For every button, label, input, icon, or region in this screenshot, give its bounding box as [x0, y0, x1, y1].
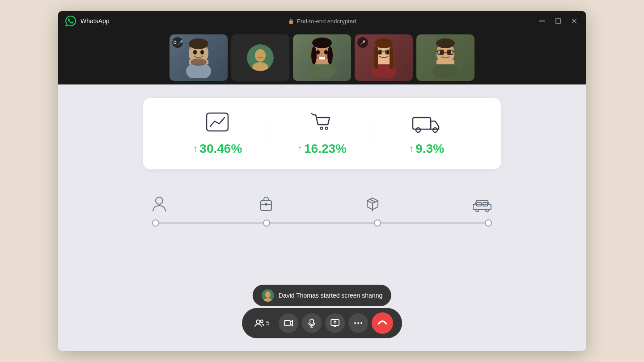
- main-content: ↑ 30.46% ↑ 16.23%: [58, 84, 586, 351]
- svg-point-22: [311, 46, 317, 64]
- person-face-5: [428, 38, 463, 78]
- svg-point-7: [193, 50, 197, 55]
- video-thumb-5[interactable]: [416, 34, 475, 81]
- svg-line-49: [311, 113, 313, 115]
- svg-point-27: [378, 51, 381, 55]
- toast-avatar: [262, 289, 274, 302]
- svg-point-61: [476, 209, 479, 212]
- notification-toast: David Thomas started screen sharing: [253, 285, 391, 306]
- participants-icon: [254, 319, 264, 327]
- stat-item-3: ↑ 9.3%: [374, 111, 479, 156]
- call-controls: 5: [242, 308, 402, 338]
- close-button[interactable]: [570, 17, 579, 25]
- timeline-track: [143, 219, 501, 227]
- stat-number-3: 9.3%: [415, 142, 444, 156]
- more-options-button[interactable]: [348, 313, 368, 333]
- svg-point-29: [375, 38, 393, 48]
- svg-point-35: [433, 63, 458, 78]
- svg-point-53: [156, 197, 163, 204]
- svg-point-48: [326, 127, 328, 130]
- titlebar-controls: [538, 17, 579, 25]
- svg-point-13: [255, 49, 266, 62]
- timeline-icon-car: [472, 196, 492, 212]
- svg-point-28: [386, 51, 390, 55]
- svg-point-21: [312, 38, 332, 48]
- svg-point-19: [324, 50, 328, 55]
- mute-badge-4: 🎤: [357, 37, 368, 48]
- end-call-button[interactable]: [372, 312, 393, 334]
- toast-avatar-svg: [262, 289, 274, 302]
- svg-rect-71: [310, 319, 314, 324]
- video-thumb-2[interactable]: [231, 34, 289, 81]
- stat-value-1: ↑ 30.46%: [193, 142, 242, 156]
- stat-value-2: ↑ 16.23%: [297, 142, 347, 156]
- mic-toggle-button[interactable]: [302, 313, 322, 333]
- participants-count: 5: [266, 320, 270, 327]
- stats-card: ↑ 30.46% ↑ 16.23%: [143, 98, 501, 169]
- video-thumb-4[interactable]: 🎤: [355, 34, 413, 81]
- app-title: WhatsApp: [80, 17, 110, 25]
- mute-badge-1: 🎤: [172, 37, 183, 48]
- svg-rect-37: [436, 60, 454, 64]
- encryption-label-area: 🔒 End-to-end endcrypted: [288, 18, 356, 25]
- svg-point-80: [360, 322, 362, 324]
- stat-value-3: ↑ 9.3%: [409, 142, 444, 156]
- svg-point-47: [321, 127, 323, 130]
- stat-item-1: ↑ 30.46%: [165, 111, 270, 156]
- minimize-button[interactable]: [538, 17, 547, 25]
- svg-point-9: [191, 59, 207, 66]
- person-face-3: [304, 38, 340, 78]
- truck-icon: [411, 111, 442, 135]
- svg-line-56: [367, 201, 373, 203]
- encryption-label: End-to-end endcrypted: [297, 18, 356, 25]
- more-icon: [354, 322, 363, 324]
- share-screen-button[interactable]: [325, 313, 345, 333]
- lock-icon: 🔒: [288, 18, 294, 24]
- svg-point-38: [440, 50, 443, 55]
- svg-point-66: [265, 291, 271, 298]
- svg-rect-50: [413, 118, 431, 129]
- svg-point-8: [200, 50, 204, 55]
- timeline-icon-box: [365, 196, 380, 212]
- timeline-dot-3: [374, 219, 381, 227]
- svg-rect-46: [207, 113, 228, 131]
- timeline-dot-4: [485, 219, 492, 227]
- svg-point-55: [265, 203, 267, 205]
- timeline-icon-bag: [259, 196, 273, 212]
- svg-point-51: [416, 128, 420, 132]
- stat-number-2: 16.23%: [304, 142, 347, 156]
- stat-item-2: ↑ 16.23%: [270, 111, 374, 156]
- app-window: WhatsApp 🔒 End-to-end endcrypted: [58, 11, 586, 351]
- svg-line-59: [370, 199, 375, 202]
- video-thumb-3[interactable]: [293, 34, 351, 81]
- timeline-icon-person: [152, 196, 166, 212]
- video-icon: [284, 320, 293, 327]
- video-thumb-1[interactable]: 🎤: [169, 34, 228, 81]
- mic-icon: [308, 319, 315, 328]
- svg-rect-20: [319, 57, 325, 59]
- svg-point-68: [256, 320, 260, 324]
- svg-rect-60: [473, 204, 491, 210]
- mic-off-icon-1: [172, 40, 178, 45]
- svg-point-18: [316, 50, 320, 55]
- svg-rect-0: [539, 21, 545, 21]
- svg-point-39: [448, 50, 451, 55]
- video-toggle-button[interactable]: [279, 313, 298, 333]
- timeline-dots: [152, 219, 492, 227]
- cart-icon: [309, 111, 335, 135]
- svg-rect-70: [284, 320, 290, 326]
- svg-point-40: [436, 38, 455, 48]
- video-strip: 🎤: [58, 31, 586, 84]
- svg-point-23: [327, 46, 333, 64]
- titlebar-left: WhatsApp: [65, 16, 110, 26]
- participants-btn[interactable]: 5: [251, 319, 275, 327]
- svg-point-69: [260, 320, 263, 323]
- timeline-icons-row: [143, 196, 501, 212]
- stat-number-1: 30.46%: [199, 142, 242, 156]
- svg-point-62: [486, 209, 488, 212]
- titlebar: WhatsApp 🔒 End-to-end endcrypted: [58, 11, 586, 31]
- maximize-button[interactable]: [554, 17, 563, 25]
- share-screen-icon: [330, 319, 339, 327]
- end-call-icon: [377, 320, 388, 326]
- person-face-1: [181, 38, 216, 78]
